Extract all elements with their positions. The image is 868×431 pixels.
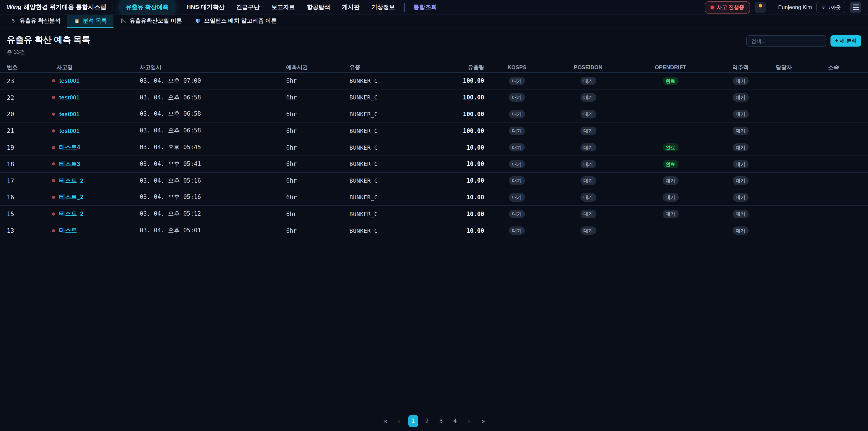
table-row[interactable]: 20 test001 03. 04. 오후 06:58 6hr BUNKER_C… [0, 106, 868, 123]
cell-hours: 6hr [279, 211, 343, 217]
page-button-1[interactable]: 1 [408, 415, 418, 427]
cell-name: test001 [50, 127, 133, 134]
cell-hours: 6hr [279, 161, 343, 167]
page-actions: + 새 분석 [747, 35, 861, 47]
tab-diffusion-model-theory[interactable]: 유출유확산모델 이론 [114, 15, 189, 28]
tab-oil-fence-algorithm-theory[interactable]: 오일펜스 배치 알고리즘 이론 [189, 15, 283, 28]
page-title: 유출유 확산 예측 목록 [7, 34, 90, 45]
cell-no: 17 [0, 177, 50, 184]
table-footer: « ‹ 1 2 3 4 › » [0, 411, 868, 431]
nav-item-integrated-search[interactable]: 통합조회 [413, 3, 437, 11]
notification-button[interactable] [755, 2, 766, 13]
table-body: 23 test001 03. 04. 오후 07:00 6hr BUNKER_C… [0, 73, 868, 239]
nav-item-reports[interactable]: 보고자료 [272, 3, 295, 11]
cell-hours: 6hr [279, 111, 343, 118]
status-badge: 대기 [509, 143, 525, 152]
cell-poseidon-status: 대기 [548, 127, 628, 135]
cell-kosps-status: 대기 [486, 160, 548, 168]
incident-name-link[interactable]: 테스트3 [59, 160, 80, 168]
cell-oil-type: BUNKER_C [343, 194, 429, 201]
incident-name-link[interactable]: 테스트 [59, 226, 77, 235]
cell-kosps-status: 대기 [486, 177, 548, 185]
next-page-button[interactable]: › [464, 415, 474, 427]
incident-dot-icon [52, 179, 55, 182]
status-badge: 대기 [509, 76, 525, 85]
cell-kosps-status: 대기 [486, 210, 548, 218]
table-row[interactable]: 22 test001 03. 04. 오후 06:58 6hr BUNKER_C… [0, 90, 868, 106]
pagination: « ‹ 1 2 3 4 › » [380, 415, 488, 427]
first-page-button[interactable]: « [380, 415, 390, 427]
cell-opendrift-status: 대기 [628, 210, 712, 218]
cell-backtrack-status: 대기 [712, 143, 769, 152]
ruler-icon [121, 18, 126, 24]
incident-name-link[interactable]: 테스트_2 [59, 210, 84, 218]
table-row[interactable]: 21 test001 03. 04. 오후 06:58 6hr BUNKER_C… [0, 123, 868, 140]
status-badge: 대기 [509, 177, 525, 185]
incident-name-link[interactable]: 테스트_2 [59, 193, 84, 202]
incident-dot-icon [52, 129, 55, 132]
cell-no: 18 [0, 160, 50, 168]
shield-icon [195, 18, 201, 24]
status-badge: 대기 [509, 110, 525, 118]
cell-backtrack-status: 대기 [712, 127, 769, 135]
status-badge: 대기 [509, 127, 525, 135]
cell-amount: 10.00 [429, 144, 486, 151]
col-header-poseidon: POSEIDON [548, 64, 628, 70]
cell-oil-type: BUNKER_C [343, 127, 429, 134]
app-logo[interactable]: Wing 해양환경 위기대응 통합시스템 [7, 3, 106, 11]
tab-analysis-list[interactable]: 분석 목록 [67, 15, 114, 28]
incident-name-link[interactable]: 테스트4 [59, 143, 80, 151]
incident-dot-icon [52, 113, 55, 116]
nav-item-board[interactable]: 게시판 [342, 3, 360, 11]
col-header-manager: 담당자 [769, 63, 799, 71]
tab-label: 오일펜스 배치 알고리즘 이론 [204, 17, 277, 25]
status-badge: 대기 [662, 177, 678, 185]
menu-icon [852, 4, 859, 10]
incident-name-link[interactable]: 테스트_2 [59, 177, 84, 185]
table-row[interactable]: 15 테스트_2 03. 04. 오후 05:12 6hr BUNKER_C 1… [0, 206, 868, 223]
cell-amount: 100.00 [429, 111, 486, 118]
table-row[interactable]: 16 테스트_2 03. 04. 오후 05:16 6hr BUNKER_C 1… [0, 189, 868, 206]
cell-amount: 10.00 [429, 211, 486, 217]
page-button-3[interactable]: 3 [436, 415, 446, 427]
alert-dot-icon [710, 6, 714, 9]
cell-backtrack-status: 대기 [712, 76, 769, 85]
sub-tabbar: 유출유 확산분석 분석 목록 유 [0, 15, 868, 28]
logout-button[interactable]: 로그아웃 [816, 2, 845, 13]
last-page-button[interactable]: » [478, 415, 488, 427]
table-header-row: 번호 사고명 사고일시 예측시간 유종 유출량 KOSPS POSEIDON O… [0, 62, 868, 73]
nav-item-weather-info[interactable]: 기상정보 [371, 3, 395, 11]
table-row[interactable]: 23 test001 03. 04. 오후 07:00 6hr BUNKER_C… [0, 73, 868, 90]
nav-item-aerial-search[interactable]: 항공탐색 [307, 3, 330, 11]
table-row[interactable]: 17 테스트_2 03. 04. 오후 05:16 6hr BUNKER_C 1… [0, 173, 868, 189]
nav-item-hns-air-diffusion[interactable]: HNS·대기확산 [186, 3, 224, 11]
cell-name: 테스트 [50, 226, 133, 235]
cell-poseidon-status: 대기 [548, 177, 628, 185]
status-badge: 대기 [733, 76, 748, 85]
cell-amount: 100.00 [429, 94, 486, 101]
incident-name-link[interactable]: test001 [59, 78, 80, 84]
table-row[interactable]: 18 테스트3 03. 04. 오후 05:41 6hr BUNKER_C 10… [0, 156, 868, 173]
tab-oil-spill-analysis[interactable]: 유출유 확산분석 [4, 15, 67, 28]
page-button-2[interactable]: 2 [422, 415, 432, 427]
incident-name-link[interactable]: test001 [59, 111, 80, 118]
incident-dot-icon [52, 162, 55, 166]
nav-item-oil-spill-prediction[interactable]: 유출유 확산예측 [119, 0, 175, 14]
incident-name-link[interactable]: test001 [59, 94, 80, 101]
incident-in-progress-badge[interactable]: 사고 진행중 [705, 1, 750, 13]
cell-opendrift-status: 완료 [628, 143, 712, 152]
table-row[interactable]: 13 테스트 03. 04. 오후 05:01 6hr BUNKER_C 10.… [0, 222, 868, 239]
status-badge: 대기 [733, 110, 748, 118]
cell-datetime: 03. 04. 오후 05:45 [133, 143, 279, 151]
search-input[interactable] [747, 35, 827, 47]
cell-no: 22 [0, 94, 50, 101]
cell-backtrack-status: 대기 [712, 110, 769, 118]
new-analysis-button[interactable]: + 새 분석 [831, 35, 861, 47]
hamburger-menu-button[interactable] [850, 2, 861, 13]
table-row[interactable]: 19 테스트4 03. 04. 오후 05:45 6hr BUNKER_C 10… [0, 139, 868, 156]
nav-item-emergency-rescue[interactable]: 긴급구난 [236, 3, 260, 11]
prev-page-button[interactable]: ‹ [394, 415, 404, 427]
page-button-4[interactable]: 4 [450, 415, 460, 427]
cell-oil-type: BUNKER_C [343, 111, 429, 118]
incident-name-link[interactable]: test001 [59, 127, 80, 134]
